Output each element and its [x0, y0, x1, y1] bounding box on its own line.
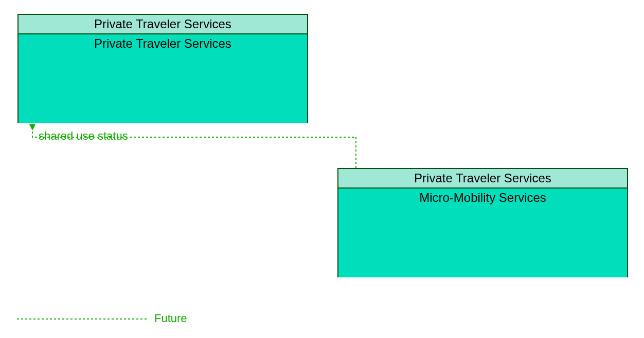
node-private-traveler-services[interactable]: Private Traveler Services Private Travel…	[17, 14, 308, 123]
edge-label-shared-use-status: shared use status	[39, 129, 128, 143]
diagram-canvas: Private Traveler Services Private Travel…	[0, 0, 644, 338]
legend-line-future	[17, 316, 156, 322]
node-micro-mobility-services[interactable]: Private Traveler Services Micro-Mobility…	[337, 168, 628, 277]
node-body: Micro-Mobility Services	[338, 189, 627, 277]
legend-label-future: Future	[154, 312, 187, 325]
node-header: Private Traveler Services	[338, 169, 627, 189]
node-body: Private Traveler Services	[19, 34, 307, 123]
node-header: Private Traveler Services	[19, 15, 307, 34]
